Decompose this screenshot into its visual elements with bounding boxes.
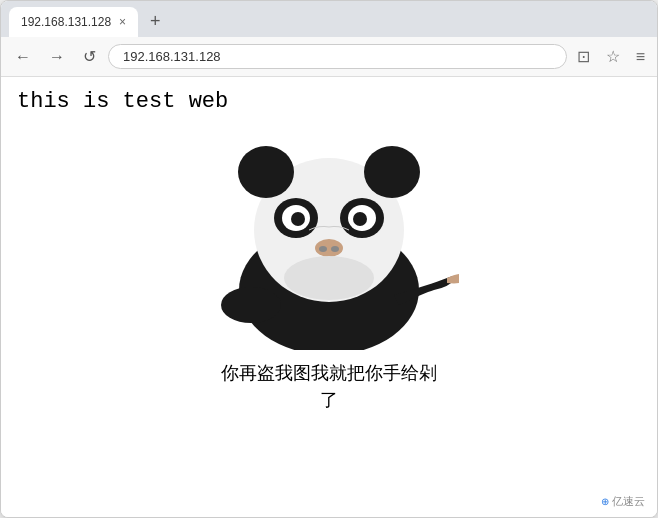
browser-window: 192.168.131.128 × + ← → ↺ ⊡ ☆ ≡ this is … — [0, 0, 658, 518]
address-icons: ⊡ ☆ ≡ — [573, 43, 649, 70]
menu-icon[interactable]: ≡ — [632, 44, 649, 70]
svg-point-8 — [291, 212, 305, 226]
svg-point-2 — [238, 146, 294, 198]
svg-point-14 — [221, 287, 281, 323]
back-button[interactable]: ← — [9, 44, 37, 70]
bookmark-icon[interactable]: ☆ — [602, 43, 624, 70]
new-tab-button[interactable]: + — [142, 7, 169, 36]
tab-title: 192.168.131.128 — [21, 15, 111, 29]
panda-caption: 你再盗我图我就把你手给剁 了 — [221, 360, 437, 414]
watermark-text: 亿速云 — [612, 494, 645, 509]
svg-point-13 — [284, 256, 374, 300]
svg-point-9 — [353, 212, 367, 226]
caption-line2: 了 — [221, 387, 437, 414]
address-bar: ← → ↺ ⊡ ☆ ≡ — [1, 37, 657, 77]
svg-point-10 — [315, 239, 343, 257]
tab-close-button[interactable]: × — [119, 16, 126, 28]
watermark: ⊕ 亿速云 — [601, 494, 645, 509]
panda-section: 你再盗我图我就把你手给剁 了 — [17, 130, 641, 414]
refresh-button[interactable]: ↺ — [77, 43, 102, 70]
panda-image — [199, 130, 459, 350]
svg-point-3 — [364, 146, 420, 198]
active-tab: 192.168.131.128 × — [9, 7, 138, 37]
page-content: this is test web — [1, 77, 657, 517]
page-heading: this is test web — [17, 89, 641, 114]
tab-bar: 192.168.131.128 × + — [1, 1, 657, 37]
url-input[interactable] — [108, 44, 567, 69]
forward-button[interactable]: → — [43, 44, 71, 70]
svg-point-12 — [331, 246, 339, 252]
reader-mode-icon[interactable]: ⊡ — [573, 43, 594, 70]
svg-point-11 — [319, 246, 327, 252]
caption-line1: 你再盗我图我就把你手给剁 — [221, 360, 437, 387]
watermark-logo-icon: ⊕ — [601, 496, 609, 507]
